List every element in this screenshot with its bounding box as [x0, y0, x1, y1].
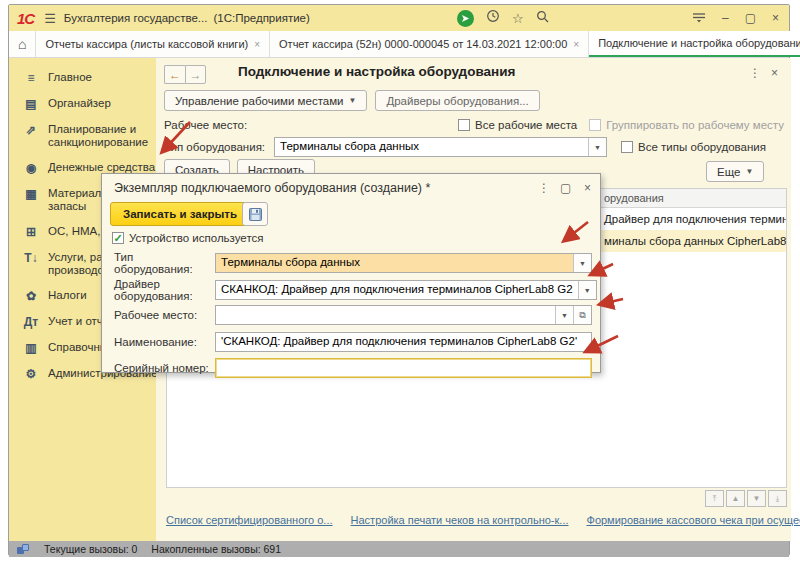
receipt-print-setup-link[interactable]: Настройка печати чеков на контрольно-к..…	[351, 514, 569, 526]
app-window: 1С ☰ Бухгалтерия государстве... (1С:Пред…	[8, 4, 790, 556]
fixed-assets-icon: ⊞	[23, 225, 39, 239]
back-button[interactable]: ←	[164, 65, 185, 84]
gear-icon: ⚙	[23, 367, 39, 381]
all-equipment-types-checkbox[interactable]: Все типы оборудования	[621, 141, 766, 153]
equipment-type-select[interactable]: Терминалы сбора данных▼	[215, 253, 592, 273]
tab-close-icon[interactable]: ×	[254, 39, 260, 50]
discussions-icon[interactable]	[457, 10, 474, 27]
form-close-icon[interactable]: ×	[771, 66, 778, 80]
close-icon[interactable]: ×	[772, 12, 779, 24]
tab-cashier-report-52n[interactable]: Отчет кассира (52н) 0000-000045 от 14.03…	[270, 31, 589, 57]
serial-number-input[interactable]	[215, 358, 592, 378]
move-bottom-icon[interactable]: ⤓	[768, 490, 787, 507]
planning-icon: ⇗	[23, 123, 39, 137]
form-more-icon[interactable]: ⋮	[749, 66, 761, 80]
sidebar-item-organizer[interactable]: ▤Органайзер	[9, 91, 156, 117]
dialog-maximize-icon[interactable]: ▢	[560, 181, 571, 195]
workplace-field-row: Рабочее место: ▼⧉	[114, 305, 592, 325]
favorites-icon[interactable]: ☆	[512, 12, 524, 25]
chevron-down-icon[interactable]: ▼	[588, 138, 606, 156]
equipment-instance-dialog: Экземпляр подключаемого оборудования (со…	[101, 173, 601, 373]
tab-bar: ⌂ Отчеты кассира (листы кассовой книги) …	[9, 31, 789, 58]
field-label: Рабочее место:	[114, 309, 215, 321]
chevron-down-icon[interactable]: ▼	[555, 306, 573, 324]
status-bar: Текущие вызовы: 0 Накопленные вызовы: 69…	[9, 541, 789, 557]
tab-cashier-reports[interactable]: Отчеты кассира (листы кассовой книги) ×	[36, 31, 270, 57]
titlebar-tools: ☆	[457, 5, 549, 31]
screenshot-root: 1С ☰ Бухгалтерия государстве... (1С:Пред…	[0, 0, 800, 568]
save-and-close-button[interactable]: Записать и закрыть	[110, 202, 250, 226]
money-icon: ◉	[23, 161, 39, 175]
tab-close-icon[interactable]: ×	[573, 39, 579, 50]
equipment-type-label: Тип оборудования:	[164, 141, 265, 153]
minimize-icon[interactable]: –	[722, 12, 729, 24]
checkbox-icon	[458, 119, 470, 131]
sidebar-item-planning[interactable]: ⇗Планирование и санкционирование	[9, 117, 156, 155]
name-input[interactable]: 'СКАНКОД: Драйвер для подключения термин…	[215, 332, 592, 352]
accumulated-calls-text: Накопленные вызовы: 691	[151, 543, 281, 555]
choose-from-list-icon[interactable]: ⧉	[573, 306, 591, 324]
move-down-icon[interactable]: ▼	[747, 490, 766, 507]
checkbox-label: Устройство используется	[129, 232, 264, 244]
checkbox-checked-icon: ✓	[112, 232, 124, 244]
chevron-down-icon[interactable]: ▼	[578, 281, 596, 299]
workplace-label: Рабочее место:	[164, 119, 247, 131]
field-value: СКАНКОД: Драйвер для подключения термина…	[216, 281, 578, 299]
chevron-down-icon[interactable]: ▼	[573, 254, 591, 272]
move-top-icon[interactable]: ⤒	[705, 490, 724, 507]
field-label: Драйвер оборудования:	[114, 278, 215, 302]
forward-button[interactable]: →	[185, 65, 206, 84]
row-move-buttons: ⤒ ▲ ▼ ⤓	[705, 490, 787, 507]
field-value: Терминалы сбора данных	[275, 138, 588, 156]
group-by-workplace-checkbox[interactable]: Группировать по рабочему месту	[589, 119, 784, 131]
equipment-drivers-button[interactable]: Драйверы оборудования...	[375, 90, 539, 111]
sidebar-item-label: Органайзер	[48, 97, 111, 110]
checkbox-label: Группировать по рабочему месту	[606, 119, 784, 131]
app-title: Бухгалтерия государстве...	[64, 12, 208, 24]
move-up-icon[interactable]: ▲	[726, 490, 745, 507]
serial-number-field-row: Серийный номер:	[114, 358, 592, 378]
sidebar-item-label: Планирование и санкционирование	[48, 123, 148, 149]
certified-equipment-link[interactable]: Список сертифицированного о...	[166, 514, 333, 526]
equipment-driver-select[interactable]: СКАНКОД: Драйвер для подключения термина…	[215, 280, 597, 300]
all-workplaces-checkbox[interactable]: Все рабочие места	[458, 119, 577, 131]
floppy-icon	[249, 208, 262, 221]
button-label: Драйверы оборудования...	[386, 95, 528, 107]
field-value	[216, 306, 555, 324]
main-menu-icon[interactable]: ☰	[44, 11, 56, 26]
tab-label: Подключение и настройка оборудования	[598, 37, 800, 49]
chevron-down-icon: ▼	[745, 167, 753, 176]
save-button[interactable]	[242, 202, 268, 226]
equipment-type-select[interactable]: Терминалы сбора данных ▼	[274, 137, 607, 157]
dialog-title: Экземпляр подключаемого оборудования (со…	[114, 181, 430, 195]
checkbox-label: Все рабочие места	[475, 119, 577, 131]
sidebar-item-label: Налоги	[48, 289, 87, 302]
main-section-icon: ≡	[23, 71, 39, 85]
search-icon[interactable]	[536, 9, 549, 27]
manage-workplaces-button[interactable]: Управление рабочими местами▼	[164, 90, 367, 111]
page-title: Подключение и настройка оборудования	[238, 64, 515, 79]
accounting-icon: Дт	[23, 315, 39, 329]
device-used-checkbox[interactable]: ✓Устройство используется	[112, 232, 264, 244]
tab-home[interactable]: ⌂	[9, 31, 36, 57]
maximize-icon[interactable]: ▢	[745, 12, 756, 24]
sidebar-item-label: Главное	[48, 71, 92, 84]
tab-equipment-setup[interactable]: Подключение и настройка оборудования ×	[589, 31, 800, 57]
dialog-close-icon[interactable]: ×	[584, 181, 591, 195]
collapse-panels-icon[interactable]	[692, 9, 706, 27]
checkbox-icon	[621, 141, 633, 153]
1c-logo: 1С	[17, 10, 34, 27]
field-label: Тип оборудования:	[114, 251, 215, 275]
cash-receipt-link[interactable]: Формирование кассового чека при осуществ…	[587, 514, 800, 526]
organizer-icon: ▤	[23, 97, 39, 111]
more-button[interactable]: Еще▼	[706, 161, 764, 182]
checkbox-label: Все типы оборудования	[638, 141, 766, 153]
dialog-more-icon[interactable]: ⋮	[538, 181, 550, 195]
button-label: Управление рабочими местами	[175, 95, 344, 107]
workplace-select[interactable]: ▼⧉	[215, 305, 592, 325]
driver-field-row: Драйвер оборудования: СКАНКОД: Драйвер д…	[114, 278, 592, 302]
checkbox-icon	[589, 119, 601, 131]
button-label: Еще	[717, 166, 740, 178]
history-icon[interactable]	[486, 9, 500, 27]
sidebar-item-main[interactable]: ≡Главное	[9, 65, 156, 91]
